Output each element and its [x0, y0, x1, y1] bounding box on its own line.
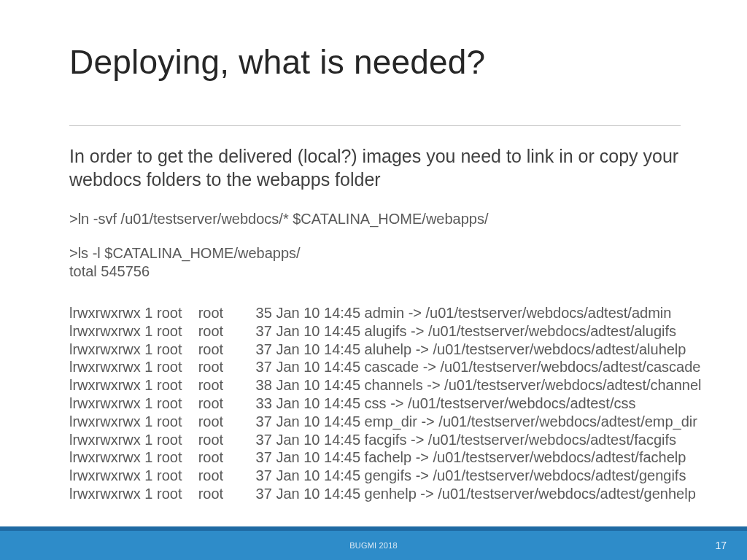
- ls-listing: lrwxrwxrwx 1 root root 35 Jan 10 14:45 a…: [69, 304, 740, 503]
- page-number: 17: [715, 540, 727, 551]
- title-divider: [69, 125, 681, 126]
- footer-label: BUGMI 2018: [0, 541, 747, 550]
- ls-total: total 545756: [69, 262, 682, 281]
- command-block: >ln -svf /u01/testserver/webdocs/* $CATA…: [69, 210, 682, 280]
- slide-title: Deploying, what is needed?: [69, 42, 485, 82]
- intro-text: In order to get the delivered (local?) i…: [69, 144, 682, 191]
- command-ls: >ls -l $CATALINA_HOME/webapps/: [69, 244, 682, 262]
- slide: Deploying, what is needed? In order to g…: [0, 0, 747, 560]
- command-ln: >ln -svf /u01/testserver/webdocs/* $CATA…: [69, 210, 682, 228]
